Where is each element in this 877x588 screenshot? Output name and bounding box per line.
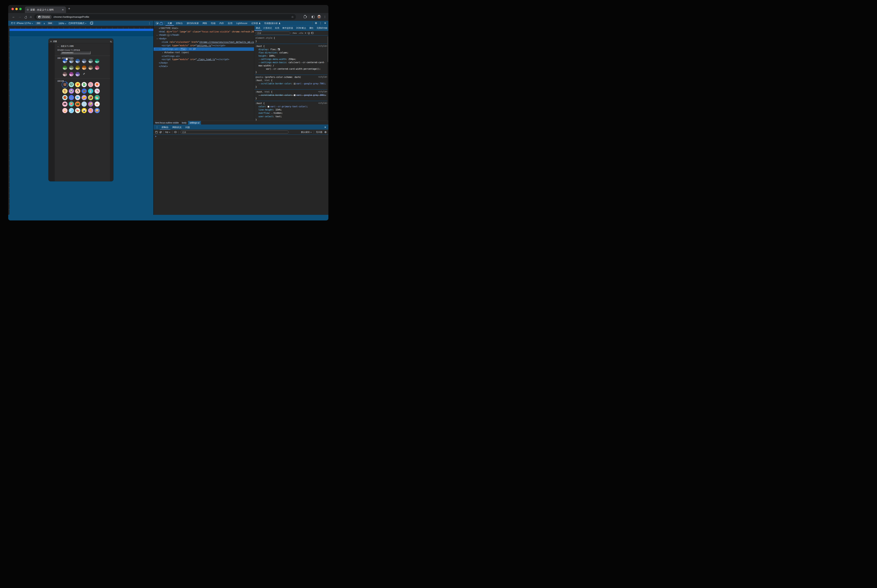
color-swatch[interactable] xyxy=(294,94,295,96)
avatar-option[interactable]: 🍙 xyxy=(82,108,87,113)
theme-color-option[interactable] xyxy=(82,66,86,70)
css-declaration[interactable]: --scrollable-border-color: var(--google-… xyxy=(255,93,327,97)
dom-tree-row[interactable]: <script type="module" src="./lazy_load.j… xyxy=(154,58,254,61)
toggle-class-button[interactable]: .cls xyxy=(298,32,303,34)
avatar-option[interactable]: 🏀 xyxy=(62,95,67,100)
avatar-option[interactable]: 📟 xyxy=(75,102,80,106)
avatar-option[interactable]: 🧀 xyxy=(82,95,87,100)
avatar-option[interactable]: 🍕 xyxy=(88,108,93,113)
avatar-option[interactable]: 🐒 xyxy=(62,88,67,94)
avatar-option[interactable]: 🧊 xyxy=(69,108,74,113)
device-mode-icon[interactable] xyxy=(160,22,162,24)
minimize-window-button[interactable] xyxy=(15,8,18,10)
back-arrow-icon[interactable]: ← xyxy=(57,45,59,47)
theme-color-option[interactable] xyxy=(63,66,67,70)
avatar-option[interactable]: 🦋 xyxy=(82,88,87,94)
devtools-tab-网络[interactable]: 网络 xyxy=(201,21,209,26)
css-declaration[interactable]: line-height: 154%; xyxy=(255,108,327,111)
expand-arrow-icon[interactable]: ▾ xyxy=(159,48,162,51)
devtools-tab-源代码/来源[interactable]: 源代码/来源 xyxy=(185,21,201,26)
home-icon[interactable]: ⌂ xyxy=(30,15,31,18)
theme-color-option[interactable] xyxy=(95,59,99,63)
dom-tree-row[interactable]: ▸<head>…</head> xyxy=(154,33,254,37)
styles-filter-input[interactable] xyxy=(256,32,290,34)
new-style-rule-icon[interactable]: + xyxy=(305,32,306,34)
styles-tab-DOM 断点[interactable]: DOM 断点 xyxy=(295,26,307,31)
breadcrumb-body[interactable]: body xyxy=(180,121,188,124)
extensions-icon[interactable] xyxy=(304,16,306,18)
execution-context-select[interactable]: top ▼ xyxy=(165,131,171,133)
devtools-tab-内存[interactable]: 内存 xyxy=(217,21,226,26)
avatar-option[interactable]: 🍦 xyxy=(62,108,67,113)
new-tab-button[interactable]: + xyxy=(68,7,70,10)
rotate-icon[interactable] xyxy=(90,22,93,24)
dom-tree-row[interactable]: ⋯▾<settings-ui> flex == $0 xyxy=(154,47,254,51)
issues-counter[interactable]: 无问题 xyxy=(316,130,322,134)
theme-color-option[interactable] xyxy=(88,66,93,70)
avatar-option[interactable]: 🥑 xyxy=(88,102,93,106)
drawer-tab-控制台[interactable]: 控制台 xyxy=(160,125,171,130)
avatar-option[interactable]: 🕶 xyxy=(62,102,67,106)
omnibox[interactable]: Chrome chrome://settings/manageProfile ☆ xyxy=(34,14,296,20)
devtools-menu-icon[interactable]: ⋮ xyxy=(319,22,322,24)
devtools-tab-性能[interactable]: 性能 xyxy=(209,21,217,26)
console-prompt[interactable]: > xyxy=(154,135,328,138)
css-declaration[interactable]: overflow: ▸ hidden; xyxy=(255,111,327,115)
css-declaration[interactable]: color: var(--cr-primary-text-color); xyxy=(255,105,327,108)
color-swatch[interactable] xyxy=(294,83,295,85)
tab-close-icon[interactable]: ✕ xyxy=(61,8,64,11)
avatar-option[interactable]: 🐉 xyxy=(82,82,87,87)
styles-tab-无障碍功能[interactable]: 无障碍功能 xyxy=(315,26,328,31)
back-row[interactable]: ← 自定义个人资料 xyxy=(57,45,74,48)
throttling-select[interactable]: 已停用节流模式 ▼ xyxy=(69,22,87,25)
back-icon[interactable]: ← xyxy=(12,15,15,18)
browser-menu-icon[interactable]: ⋮ xyxy=(324,15,326,18)
bookmark-star-icon[interactable]: ☆ xyxy=(291,15,294,19)
tab-settings[interactable]: ⚙ 设置 - 自定义个人资料 ✕ xyxy=(25,6,66,13)
console-filter-input[interactable] xyxy=(180,130,289,134)
theme-color-option[interactable] xyxy=(69,72,73,76)
dom-tree-row[interactable]: </html> xyxy=(154,64,254,68)
avatar-option[interactable]: 🦊 xyxy=(94,82,100,87)
styles-tab-属性[interactable]: 属性 xyxy=(307,26,315,31)
chrome-chip[interactable]: Chrome xyxy=(36,15,52,19)
avatar-option[interactable]: 🐧 xyxy=(75,88,80,94)
device-toolbar-menu-icon[interactable]: ⋮ xyxy=(148,22,151,25)
css-declaration[interactable]: height: 100%; xyxy=(255,54,327,57)
dom-tree-row[interactable]: <link rel="stylesheet" href="chrome://re… xyxy=(154,40,254,44)
live-expression-icon[interactable] xyxy=(174,131,177,133)
clear-console-icon[interactable] xyxy=(159,131,162,133)
css-declaration[interactable]: --scrollable-border-color: var(--google-… xyxy=(255,82,327,85)
theme-color-option[interactable]: ✓ xyxy=(63,59,67,63)
avatar-option[interactable]: 💿 xyxy=(82,102,87,106)
avatar-option[interactable]: 🍉 xyxy=(75,108,80,113)
avatar-option[interactable]: 🥪 xyxy=(94,108,100,113)
theme-color-option[interactable] xyxy=(88,59,93,63)
drawer-menu-icon[interactable]: ⋮ xyxy=(156,126,158,129)
theme-color-option[interactable] xyxy=(75,66,80,70)
toggle-pseudo-button[interactable]: :hov xyxy=(292,32,297,34)
devtools-settings-icon[interactable]: ⚙ xyxy=(315,22,317,24)
dom-tree-row[interactable]: ▸#shadow-root (open) xyxy=(154,51,254,54)
avatar-option[interactable]: 🦄 xyxy=(94,88,100,94)
profile-avatar[interactable]: 🐻 xyxy=(317,15,321,19)
flex-editor-icon[interactable] xyxy=(278,48,280,50)
dom-tree-row[interactable]: ▾<body> xyxy=(154,37,254,40)
theme-color-option[interactable] xyxy=(75,72,80,76)
theme-color-option[interactable] xyxy=(82,59,86,63)
drawer-tab-问题[interactable]: 问题 xyxy=(183,125,192,130)
devtools-tab-应用[interactable]: 应用 xyxy=(226,21,234,26)
devtools-tab-记录器[interactable]: 记录器 xyxy=(249,21,262,26)
inspect-element-icon[interactable] xyxy=(156,22,158,24)
avatar-option[interactable]: ω xyxy=(94,102,100,106)
expand-arrow-icon[interactable]: ▸ xyxy=(157,33,159,37)
avatar-option[interactable]: 🐘 xyxy=(88,82,93,87)
row-menu-icon[interactable]: ⋯ xyxy=(154,47,155,51)
styles-scrollbar[interactable] xyxy=(327,36,328,121)
dom-tree-row[interactable]: <script type="module" src="settings.js">… xyxy=(154,44,254,47)
breadcrumb-settings-ui[interactable]: settings-ui xyxy=(188,121,201,124)
device-size-select[interactable]: 尺寸: iPhone 12 Pro ▼ xyxy=(11,22,33,25)
log-level-select[interactable]: 默认级别 ▼ xyxy=(301,130,312,134)
drawer-close-icon[interactable]: ✕ xyxy=(324,126,328,129)
theme-color-option[interactable] xyxy=(75,59,80,63)
